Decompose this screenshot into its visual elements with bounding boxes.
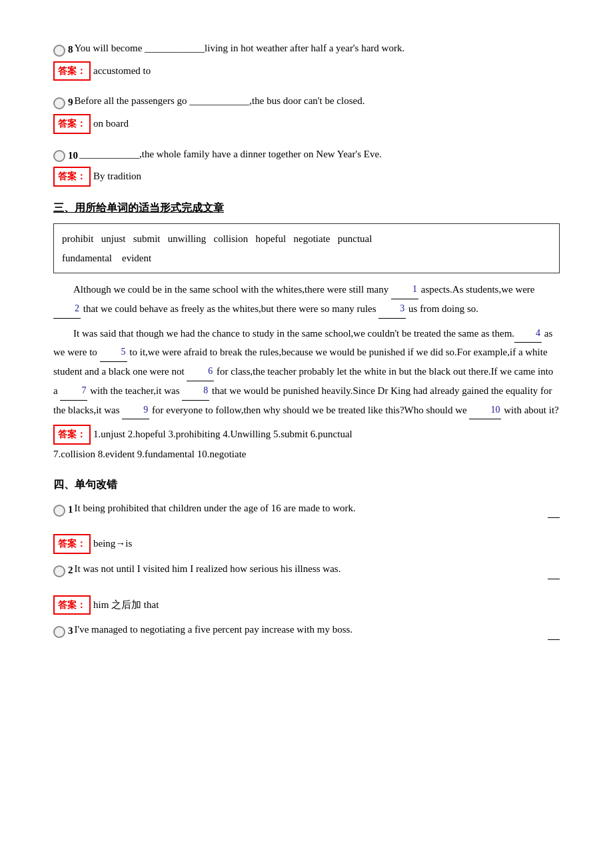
q10-answer-badge: 答案： bbox=[53, 167, 91, 187]
correction-mark-2 bbox=[548, 579, 560, 579]
blank-7: 7 bbox=[60, 381, 87, 401]
s4-q1-row: 1 It being prohibited that children unde… bbox=[53, 500, 560, 519]
blank-5: 5 bbox=[100, 343, 127, 362]
q9-number: 9 bbox=[68, 94, 73, 111]
radio-icon-s4q2 bbox=[53, 565, 65, 577]
question-10: 10 ____________,the whole family have a … bbox=[53, 146, 560, 187]
radio-icon-8 bbox=[53, 45, 65, 57]
q9-text: Before all the passengers go ___________… bbox=[75, 93, 560, 110]
q9-icon-num: 9 bbox=[53, 94, 73, 111]
s4-q3-spacer bbox=[53, 641, 560, 661]
s4-q1-icon-num: 1 bbox=[53, 501, 73, 519]
q10-number: 10 bbox=[68, 147, 78, 165]
s4-q2-spacer bbox=[53, 581, 560, 593]
passage-para1: Although we could be in the same school … bbox=[53, 280, 560, 319]
q9-answer-line: 答案： on board bbox=[53, 114, 560, 134]
s4-q3-block: 3 I've managed to negotiating a five per… bbox=[53, 621, 560, 661]
blank-3: 3 bbox=[378, 299, 406, 319]
q8-answer-line: 答案： accustomed to bbox=[53, 61, 560, 81]
radio-icon-s4q1 bbox=[53, 505, 65, 517]
s4-q2-answer-badge: 答案： bbox=[53, 595, 91, 615]
blank-1: 1 bbox=[391, 280, 418, 299]
q10-answer-content: By tradition bbox=[93, 168, 141, 185]
section3-answers-line1: 1.unjust 2.hopeful 3.prohibiting 4.Unwil… bbox=[93, 426, 352, 443]
q8-text: You will become ____________living in ho… bbox=[75, 40, 560, 57]
question-9: 9 Before all the passengers go _________… bbox=[53, 93, 560, 133]
word-bank-content: prohibit unjust submit unwilling collisi… bbox=[62, 233, 372, 263]
blank-2: 2 bbox=[53, 299, 81, 319]
blank-10: 10 bbox=[469, 401, 501, 420]
passage-para2: It was said that though we had the chanc… bbox=[53, 324, 560, 420]
blank-9: 9 bbox=[122, 401, 149, 420]
radio-icon-10 bbox=[53, 150, 65, 162]
radio-icon-9 bbox=[53, 97, 65, 109]
s4-q1-number: 1 bbox=[68, 501, 73, 519]
radio-icon-s4q3 bbox=[53, 626, 65, 638]
blank-6: 6 bbox=[187, 362, 214, 381]
section3-answer-badge: 答案： bbox=[53, 425, 91, 445]
s4-q2-row: 2 It was not until I visited him I reali… bbox=[53, 561, 560, 579]
section3-answers-line2: 7.collision 8.evident 9.fundamental 10.n… bbox=[53, 446, 560, 463]
q9-answer-content: on board bbox=[93, 115, 129, 133]
s4-q3-text: I've managed to negotiating a five perce… bbox=[75, 621, 548, 639]
q10-text: ____________,the whole family have a din… bbox=[79, 146, 560, 163]
section4-title: 四、单句改错 bbox=[53, 475, 560, 493]
s4-q3-number: 3 bbox=[68, 623, 73, 640]
q8-number: 8 bbox=[68, 41, 73, 59]
q8-answer-badge: 答案： bbox=[53, 61, 91, 81]
s4-q1-answer-badge: 答案： bbox=[53, 534, 91, 554]
s4-q1-text: It being prohibited that children under … bbox=[75, 500, 548, 517]
s4-q1-answer-line: 答案： being→is bbox=[53, 534, 560, 554]
s4-q2-answer-content: him 之后加 that bbox=[93, 597, 159, 614]
section3-title: 三、用所给单词的适当形式完成文章 bbox=[53, 199, 560, 217]
question-8: 8 You will become ____________living in … bbox=[53, 40, 560, 81]
q10-icon-num: 10 bbox=[53, 147, 78, 165]
s4-q1-spacer bbox=[53, 519, 560, 531]
section3-answer: 答案： 1.unjust 2.hopeful 3.prohibiting 4.U… bbox=[53, 425, 560, 463]
s4-q2-text: It was not until I visited him I realize… bbox=[75, 561, 548, 578]
s4-q3-icon-num: 3 bbox=[53, 623, 73, 640]
s4-q1-block: 1 It being prohibited that children unde… bbox=[53, 500, 560, 554]
q10-answer-line: 答案： By tradition bbox=[53, 167, 560, 187]
q8-answer-content: accustomed to bbox=[93, 63, 151, 80]
blank-4: 4 bbox=[514, 324, 542, 343]
s4-q2-number: 2 bbox=[68, 562, 73, 579]
s4-q2-block: 2 It was not until I visited him I reali… bbox=[53, 561, 560, 615]
s4-q2-icon-num: 2 bbox=[53, 562, 73, 579]
word-bank: prohibit unjust submit unwilling collisi… bbox=[53, 223, 560, 273]
q8-icon-num: 8 bbox=[53, 41, 73, 59]
s4-q3-row: 3 I've managed to negotiating a five per… bbox=[53, 621, 560, 640]
blank-8: 8 bbox=[182, 381, 209, 401]
correction-mark-1 bbox=[548, 517, 560, 518]
s4-q2-answer-line: 答案： him 之后加 that bbox=[53, 595, 560, 615]
s4-q1-answer-content: being→is bbox=[93, 535, 132, 553]
q9-answer-badge: 答案： bbox=[53, 114, 91, 134]
correction-mark-3 bbox=[548, 639, 560, 640]
